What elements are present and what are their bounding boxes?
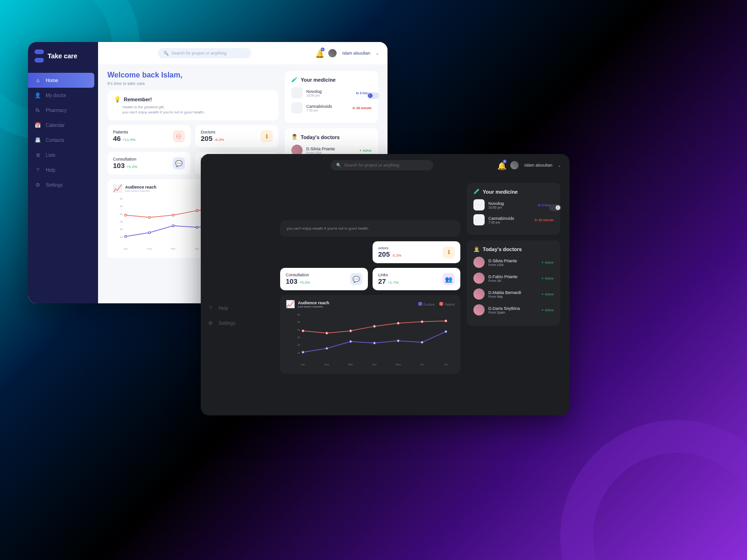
chevron-down-icon[interactable]: ⌄ bbox=[558, 163, 561, 168]
notification-icon[interactable]: 🔔 bbox=[497, 161, 505, 169]
svg-point-23 bbox=[196, 210, 198, 211]
chevron-down-icon[interactable]: ⌄ bbox=[376, 51, 379, 56]
medicine-row[interactable]: Cannabinoids7:30 pm In 30 minute bbox=[291, 102, 372, 113]
stat-label: Patients bbox=[113, 130, 135, 134]
medicine-image bbox=[291, 102, 303, 113]
sidebar-item-help[interactable]: ?Help bbox=[201, 301, 271, 315]
medicine-time: 7:30 pm bbox=[488, 221, 531, 224]
medicine-card: 🧪Your medicine Novolog10:00 pm In 3 hour… bbox=[285, 71, 378, 123]
consult-icon: 💬 bbox=[173, 157, 185, 169]
avatar[interactable] bbox=[510, 161, 519, 169]
medicine-row[interactable]: Novolog10:00 pm In 3 hours bbox=[291, 87, 372, 98]
search-input[interactable]: 🔍Search for project or anything bbox=[331, 160, 433, 170]
sidebar-item-contacts[interactable]: 📇Contacts bbox=[28, 133, 98, 147]
remember-line1: Health is the greatest gift, bbox=[122, 105, 272, 110]
sidebar: Take care ⌂Home 👤My doctor ℞Pharmacy 📅Ca… bbox=[28, 42, 98, 303]
medicine-title: Your medicine bbox=[483, 189, 518, 195]
doctor-name: D.Silvia Priante bbox=[306, 147, 356, 151]
svg-point-48 bbox=[326, 332, 328, 334]
doctor-status: Active bbox=[359, 149, 372, 152]
stat-consultation[interactable]: Consultation103+5.2%💬 bbox=[280, 268, 368, 290]
sidebar-item-mydoctor[interactable]: 👤My doctor bbox=[28, 88, 98, 103]
doctor-row[interactable]: D.Mattia BernardiFrom Italy Active bbox=[473, 288, 554, 300]
moon-icon: ☾ bbox=[368, 93, 373, 98]
stat-label: Doctors bbox=[201, 130, 224, 134]
sidebar-nav: ⌂Home 👤My doctor ℞Pharmacy 📅Calendar 📇Co… bbox=[28, 70, 98, 195]
sidebar-item-settings[interactable]: ⚙Settings bbox=[28, 177, 98, 192]
stat-delta: +5.2% bbox=[127, 165, 137, 169]
remember-line2: you can't enjoy wealth if you're not in … bbox=[287, 226, 454, 231]
topbar-right: 🔔 Islam alsoultan ⌄ bbox=[497, 161, 561, 169]
stat-value: 103 bbox=[113, 161, 125, 169]
doctors-card: 👨‍⚕️Today's doctors D.Silvia PrianteFrom… bbox=[467, 240, 560, 326]
doctors-today-title: Today's doctors bbox=[301, 134, 340, 140]
doctors-today-icon: 👨‍⚕️ bbox=[291, 134, 298, 140]
stat-delta: +11.4% bbox=[123, 138, 135, 142]
search-placeholder: Search for project or anything bbox=[171, 51, 226, 56]
svg-point-42 bbox=[350, 341, 352, 343]
welcome-subtitle: It's time to take care bbox=[107, 81, 278, 86]
doctor-row[interactable]: D.Silvia PrianteFrom USA Active bbox=[473, 257, 554, 268]
sidebar-item-label: Home bbox=[46, 78, 58, 83]
links-icon: 👥 bbox=[443, 273, 455, 285]
sidebar-item-label: Contacts bbox=[46, 138, 64, 143]
svg-point-15 bbox=[172, 225, 174, 227]
topbar: 🔍Search for project or anything 🔔 Islam … bbox=[98, 42, 388, 64]
sidebar-item-home[interactable]: ⌂Home bbox=[28, 73, 94, 88]
avatar[interactable] bbox=[328, 49, 337, 57]
stat-value: 27 bbox=[378, 277, 386, 285]
sidebar-item-calendar[interactable]: 📅Calendar bbox=[28, 118, 98, 133]
search-input[interactable]: 🔍Search for project or anything bbox=[158, 48, 251, 58]
stat-label: Consultation bbox=[113, 157, 137, 161]
sidebar-item-lists[interactable]: ≣Lists bbox=[28, 147, 98, 162]
home-icon: ⌂ bbox=[35, 77, 41, 84]
stat-doctors[interactable]: Doctors205-6.3%⬇ bbox=[195, 125, 278, 147]
stat-patients[interactable]: Patients46+11.4%⚇ bbox=[107, 125, 190, 147]
stat-value: 205 bbox=[201, 134, 212, 142]
legend-doctors: Doctors bbox=[423, 303, 435, 306]
lists-icon: ≣ bbox=[35, 152, 41, 158]
doctor-row[interactable]: D.Daria SnytkinaFrom Spain Active bbox=[473, 304, 554, 315]
sidebar-item-settings[interactable]: ⚙Settings bbox=[201, 315, 271, 330]
chart-subtitle: Last seven mounths bbox=[298, 305, 329, 308]
doctor-row[interactable]: D.Fabio PrianteFrom UK Active bbox=[473, 273, 554, 284]
sidebar: ?Help ⚙Settings bbox=[201, 154, 271, 415]
help-icon: ? bbox=[35, 167, 41, 173]
dashboard-dark: ?Help ⚙Settings 🔍Search for project or a… bbox=[201, 154, 570, 415]
sidebar-item-label: Help bbox=[46, 168, 56, 173]
svg-point-40 bbox=[302, 351, 304, 353]
medicine-list: Novolog10:00 pm In 3 hours Cannabinoids7… bbox=[473, 199, 554, 225]
doctor-name: D.Fabio Priante bbox=[488, 274, 538, 279]
doctor-status: Active bbox=[542, 308, 554, 312]
svg-point-52 bbox=[421, 321, 423, 322]
stat-label: Consultation bbox=[286, 273, 310, 277]
svg-point-21 bbox=[148, 217, 150, 218]
bulb-icon: 💡 bbox=[114, 96, 121, 103]
doctor-avatar bbox=[473, 273, 485, 284]
svg-text:May: May bbox=[395, 363, 401, 366]
stat-consultation[interactable]: Consultation103+5.2%💬 bbox=[107, 152, 190, 175]
stat-links[interactable]: Links27+1.7%👥 bbox=[373, 268, 460, 290]
svg-text:Feb: Feb bbox=[147, 247, 152, 250]
medicine-icon: 🧪 bbox=[473, 189, 480, 195]
theme-toggle[interactable]: ☾ bbox=[367, 92, 379, 99]
notification-icon[interactable]: 🔔 bbox=[315, 49, 323, 57]
consult-icon: 💬 bbox=[350, 273, 362, 285]
medicine-row[interactable]: Novolog10:00 pm In 3 hours bbox=[473, 199, 554, 210]
medicine-time: 7:30 pm bbox=[306, 109, 349, 112]
sidebar-item-pharmacy[interactable]: ℞Pharmacy bbox=[28, 103, 98, 118]
svg-text:2k: 2k bbox=[297, 344, 301, 347]
search-placeholder: Search for project or anything bbox=[344, 163, 399, 168]
svg-text:5k: 5k bbox=[297, 321, 301, 324]
medicine-row[interactable]: Cannabinoids7:30 pm In 30 minute bbox=[473, 214, 554, 225]
svg-point-46 bbox=[445, 331, 447, 333]
theme-toggle[interactable]: ☾ bbox=[549, 204, 561, 211]
stat-doctors[interactable]: octors205-6.3%⬇ bbox=[373, 241, 460, 263]
doctor-icon: 👤 bbox=[35, 92, 41, 98]
doctor-avatar bbox=[473, 304, 485, 315]
sidebar-item-help[interactable]: ?Help bbox=[28, 162, 98, 177]
sidebar-item-label: Settings bbox=[218, 321, 235, 326]
svg-text:Apr: Apr bbox=[195, 247, 199, 250]
chart-legend: Doctors Patient bbox=[418, 302, 455, 306]
left-column: you can't enjoy wealth if you're not in … bbox=[280, 183, 460, 374]
